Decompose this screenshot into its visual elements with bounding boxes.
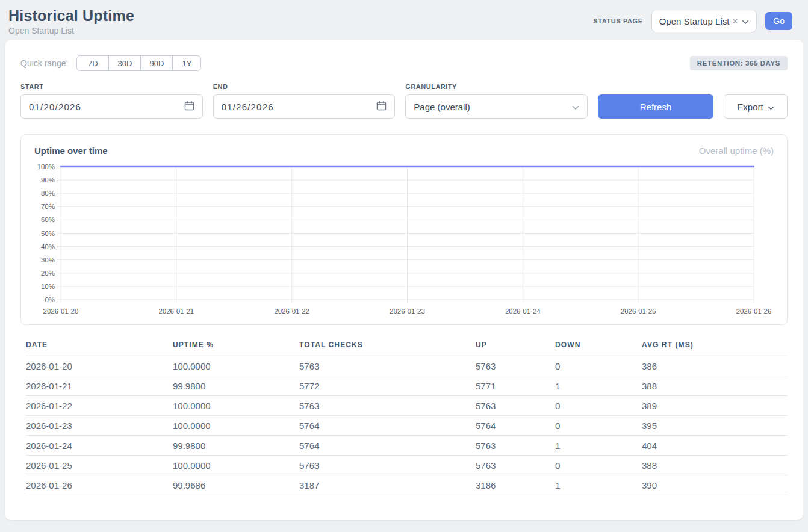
end-date-input[interactable]: 01/26/2026 <box>213 94 396 119</box>
svg-text:20%: 20% <box>41 270 55 277</box>
chevron-down-icon <box>572 102 579 112</box>
uptime-chart-card: Uptime over time Overall uptime (%) 0%10… <box>20 134 788 325</box>
start-date-value: 01/20/2026 <box>29 102 81 112</box>
column-header: DOWN <box>555 341 642 356</box>
svg-text:50%: 50% <box>41 230 55 237</box>
svg-text:60%: 60% <box>41 216 55 223</box>
table-cell: 386 <box>642 356 788 376</box>
page-subtitle: Open Startup List <box>8 26 134 36</box>
uptime-line-chart: 0%10%20%30%40%50%60%70%80%90%100%2026-01… <box>33 162 775 317</box>
status-page-value: Open Startup List <box>659 16 730 26</box>
page-header: Historical Uptime Open Startup List STAT… <box>0 0 808 40</box>
chart-title: Uptime over time <box>34 146 108 156</box>
svg-text:100%: 100% <box>37 163 55 170</box>
quick-range-7d-button[interactable]: 7D <box>76 55 109 71</box>
retention-badge: RETENTION: 365 DAYS <box>690 56 788 70</box>
table-cell: 5763 <box>476 396 555 416</box>
svg-text:80%: 80% <box>41 190 55 197</box>
chevron-down-icon <box>742 16 749 26</box>
svg-text:90%: 90% <box>41 176 55 184</box>
table-cell: 0 <box>555 356 642 376</box>
svg-text:0%: 0% <box>45 296 55 303</box>
table-cell: 100.0000 <box>173 356 299 376</box>
svg-text:2026-01-26: 2026-01-26 <box>736 308 772 315</box>
table-cell: 1 <box>555 475 642 495</box>
table-cell: 5771 <box>476 376 555 396</box>
table-cell: 99.9800 <box>173 436 299 456</box>
table-cell: 5763 <box>476 356 555 376</box>
export-label: Export <box>737 102 763 112</box>
go-button[interactable]: Go <box>765 12 792 30</box>
table-cell: 99.9800 <box>173 376 299 396</box>
calendar-icon[interactable] <box>184 101 194 113</box>
svg-text:10%: 10% <box>41 283 55 290</box>
column-header: AVG RT (MS) <box>642 341 788 356</box>
svg-text:2026-01-21: 2026-01-21 <box>158 308 194 315</box>
table-cell: 390 <box>642 475 788 495</box>
chart-legend: Overall uptime (%) <box>699 146 774 156</box>
table-cell: 388 <box>642 376 788 396</box>
table-cell: 2026-01-25 <box>26 456 173 475</box>
table-row: 2026-01-20100.0000576357630386 <box>26 356 788 376</box>
clear-selection-icon[interactable]: ✕ <box>732 17 738 26</box>
start-date-input[interactable]: 01/20/2026 <box>20 94 203 119</box>
column-header: UP <box>476 341 555 356</box>
svg-text:30%: 30% <box>41 256 55 264</box>
table-cell: 388 <box>642 456 788 475</box>
quick-range-90d-button[interactable]: 90D <box>140 55 173 71</box>
end-label: END <box>213 83 396 90</box>
svg-text:2026-01-22: 2026-01-22 <box>274 308 309 315</box>
quick-range-row: Quick range: 7D30D90D1Y RETENTION: 365 D… <box>20 55 788 71</box>
table-cell: 5763 <box>299 456 476 475</box>
table-cell: 1 <box>555 436 642 456</box>
table-cell: 5763 <box>299 356 476 376</box>
main-card: Quick range: 7D30D90D1Y RETENTION: 365 D… <box>5 40 803 520</box>
table-cell: 0 <box>555 456 642 475</box>
table-row: 2026-01-2499.9800576457631404 <box>26 436 788 456</box>
column-header: UPTIME % <box>173 341 299 356</box>
svg-text:2026-01-20: 2026-01-20 <box>43 308 79 315</box>
table-header-row: DATEUPTIME %TOTAL CHECKSUPDOWNAVG RT (MS… <box>26 341 788 356</box>
quick-range-30d-button[interactable]: 30D <box>108 55 141 71</box>
table-cell: 5763 <box>476 436 555 456</box>
table-cell: 3186 <box>476 475 555 495</box>
header-controls: STATUS PAGE Open Startup List ✕ Go <box>593 10 792 32</box>
uptime-table: DATEUPTIME %TOTAL CHECKSUPDOWNAVG RT (MS… <box>26 341 788 495</box>
svg-text:2026-01-24: 2026-01-24 <box>505 308 541 315</box>
table-cell: 5764 <box>476 416 555 436</box>
end-field: END 01/26/2026 <box>213 83 396 119</box>
svg-text:2026-01-23: 2026-01-23 <box>390 308 425 315</box>
table-cell: 395 <box>642 416 788 436</box>
end-date-value: 01/26/2026 <box>222 102 274 112</box>
granularity-label: GRANULARITY <box>405 83 588 90</box>
table-cell: 2026-01-23 <box>26 416 173 436</box>
table-cell: 5763 <box>299 396 476 416</box>
uptime-table-wrap: DATEUPTIME %TOTAL CHECKSUPDOWNAVG RT (MS… <box>26 341 788 495</box>
table-cell: 2026-01-21 <box>26 376 173 396</box>
start-field: START 01/20/2026 <box>20 83 203 119</box>
chevron-down-icon <box>768 102 774 112</box>
table-cell: 5764 <box>299 416 476 436</box>
table-cell: 100.0000 <box>173 456 299 475</box>
quick-range-1y-button[interactable]: 1Y <box>172 55 201 71</box>
calendar-icon[interactable] <box>376 101 387 113</box>
status-page-select[interactable]: Open Startup List ✕ <box>651 10 757 32</box>
table-row: 2026-01-22100.0000576357630389 <box>26 396 788 416</box>
quick-range-label: Quick range: <box>20 58 68 68</box>
svg-text:40%: 40% <box>41 243 55 250</box>
column-header: TOTAL CHECKS <box>299 341 476 356</box>
granularity-select[interactable]: Page (overall) <box>405 94 588 119</box>
table-cell: 5764 <box>299 436 476 456</box>
start-label: START <box>20 83 203 90</box>
table-cell: 5763 <box>476 456 555 475</box>
table-cell: 1 <box>555 376 642 396</box>
table-cell: 3187 <box>299 475 476 495</box>
granularity-field: GRANULARITY Page (overall) <box>405 83 588 119</box>
table-cell: 2026-01-24 <box>26 436 173 456</box>
table-row: 2026-01-2199.9800577257711388 <box>26 376 788 396</box>
table-cell: 100.0000 <box>173 396 299 416</box>
refresh-button[interactable]: Refresh <box>598 94 713 119</box>
table-cell: 0 <box>555 396 642 416</box>
export-button[interactable]: Export <box>724 94 788 119</box>
table-cell: 2026-01-20 <box>26 356 173 376</box>
